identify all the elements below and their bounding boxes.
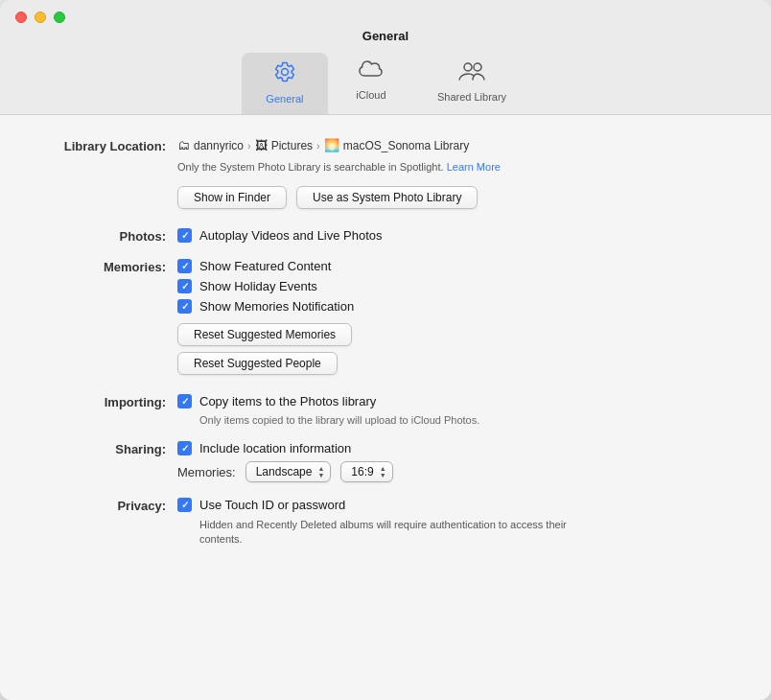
photos-content: ✓ Autoplay Videos and Live Photos <box>177 228 733 243</box>
holiday-checkbox[interactable]: ✓ <box>177 279 192 293</box>
privacy-label: Privacy: <box>38 498 177 513</box>
autoplay-label: Autoplay Videos and Live Photos <box>199 228 383 243</box>
reset-people-button[interactable]: Reset Suggested People <box>177 352 338 375</box>
ratio-value: 16:9 <box>351 465 373 478</box>
sharing-label: Sharing: <box>38 441 177 456</box>
checkmark-icon: ✓ <box>181 231 189 241</box>
importing-section: Importing: ✓ Copy items to the Photos li… <box>38 394 733 426</box>
privacy-note: Hidden and Recently Deleted albums will … <box>199 518 602 548</box>
ratio-arrows-icon: ▲ ▼ <box>380 465 386 478</box>
touchid-label: Use Touch ID or password <box>199 498 345 512</box>
holiday-label: Show Holiday Events <box>199 279 317 293</box>
reset-memories-row: Reset Suggested Memories <box>177 323 733 346</box>
location-label: Include location information <box>199 441 351 455</box>
separator-2: › <box>316 140 320 152</box>
pictures-folder-icon: 🖼 <box>255 138 268 152</box>
library-path: 🗂 dannyrico › 🖼 Pictures › 🌅 macOS_Sonom… <box>177 138 733 152</box>
orientation-select[interactable]: Landscape ▲ ▼ <box>245 461 332 482</box>
traffic-lights <box>15 12 65 23</box>
select-arrows-icon: ▲ ▼ <box>317 465 324 478</box>
touchid-checkbox-row[interactable]: ✓ Use Touch ID or password <box>177 498 733 512</box>
privacy-content: ✓ Use Touch ID or password Hidden and Re… <box>177 498 733 548</box>
svg-point-1 <box>474 63 481 71</box>
memories-label: Memories: <box>38 259 177 274</box>
orientation-value: Landscape <box>256 465 313 478</box>
folder-icon: 🗂 <box>177 138 190 152</box>
checkmark-icon: ✓ <box>181 444 189 454</box>
featured-checkbox[interactable]: ✓ <box>177 259 192 273</box>
featured-checkbox-row[interactable]: ✓ Show Featured Content <box>177 259 733 273</box>
copy-note: Only items copied to the library will up… <box>199 414 733 426</box>
autoplay-checkbox[interactable]: ✓ <box>177 228 192 243</box>
reset-buttons: Reset Suggested Memories Reset Suggested… <box>177 323 733 379</box>
checkmark-icon: ✓ <box>181 302 189 312</box>
reset-memories-button[interactable]: Reset Suggested Memories <box>177 323 352 346</box>
featured-label: Show Featured Content <box>199 259 331 273</box>
learn-more-link[interactable]: Learn More <box>447 161 501 173</box>
library-note: Only the System Photo Library is searcha… <box>177 161 733 173</box>
tab-general-label: General <box>266 93 303 105</box>
library-location-content: 🗂 dannyrico › 🖼 Pictures › 🌅 macOS_Sonom… <box>177 138 733 213</box>
separator-1: › <box>247 140 251 152</box>
window-title: General <box>362 29 409 43</box>
path-folder: Pictures <box>271 139 313 152</box>
main-window: General General iCloud <box>0 0 771 700</box>
privacy-section: Privacy: ✓ Use Touch ID or password Hidd… <box>38 498 733 548</box>
minimize-button[interactable] <box>35 12 46 23</box>
reset-people-row: Reset Suggested People <box>177 352 733 375</box>
tab-shared-library[interactable]: Shared Library <box>414 53 529 114</box>
importing-label: Importing: <box>38 394 177 409</box>
location-checkbox[interactable]: ✓ <box>177 441 192 455</box>
toolbar: General iCloud <box>242 53 529 114</box>
importing-content: ✓ Copy items to the Photos library Only … <box>177 394 733 426</box>
checkmark-icon: ✓ <box>181 501 189 510</box>
close-button[interactable] <box>15 12 27 23</box>
tab-general[interactable]: General <box>242 53 328 114</box>
content-area: Library Location: 🗂 dannyrico › 🖼 Pictur… <box>0 115 771 700</box>
maximize-button[interactable] <box>54 12 65 23</box>
checkmark-icon: ✓ <box>181 262 189 271</box>
sharing-section: Sharing: ✓ Include location information … <box>38 441 733 482</box>
gear-icon <box>273 60 296 89</box>
library-icon: 🌅 <box>324 138 339 152</box>
library-location-section: Library Location: 🗂 dannyrico › 🖼 Pictur… <box>38 138 733 213</box>
tab-icloud[interactable]: iCloud <box>328 53 414 114</box>
tab-icloud-label: iCloud <box>356 89 386 101</box>
memories-content: ✓ Show Featured Content ✓ Show Holiday E… <box>177 259 733 379</box>
copy-label: Copy items to the Photos library <box>199 394 376 408</box>
sharing-content: ✓ Include location information Memories:… <box>177 441 733 482</box>
people-icon <box>458 60 485 87</box>
photos-section: Photos: ✓ Autoplay Videos and Live Photo… <box>38 228 733 244</box>
checkmark-icon: ✓ <box>181 397 189 407</box>
sharing-memories-label: Memories: <box>177 465 236 479</box>
notification-label: Show Memories Notification <box>199 299 354 314</box>
photos-label: Photos: <box>38 228 177 244</box>
path-library: macOS_Sonoma Library <box>343 139 469 152</box>
svg-point-0 <box>464 63 472 71</box>
copy-checkbox-row[interactable]: ✓ Copy items to the Photos library <box>177 394 733 408</box>
touchid-checkbox[interactable]: ✓ <box>177 498 192 512</box>
holiday-checkbox-row[interactable]: ✓ Show Holiday Events <box>177 279 733 293</box>
copy-checkbox[interactable]: ✓ <box>177 394 192 408</box>
titlebar: General General iCloud <box>0 0 771 115</box>
notification-checkbox-row[interactable]: ✓ Show Memories Notification <box>177 299 733 314</box>
sharing-memories-row: Memories: Landscape ▲ ▼ 16:9 ▲ ▼ <box>177 461 733 482</box>
notification-checkbox[interactable]: ✓ <box>177 299 192 314</box>
library-location-label: Library Location: <box>38 138 177 153</box>
path-user: dannyrico <box>194 139 244 152</box>
checkmark-icon: ✓ <box>181 282 189 292</box>
memories-section: Memories: ✓ Show Featured Content ✓ Show… <box>38 259 733 379</box>
use-as-system-button[interactable]: Use as System Photo Library <box>296 186 478 209</box>
ratio-select[interactable]: 16:9 ▲ ▼ <box>340 461 392 482</box>
tab-shared-library-label: Shared Library <box>437 91 506 103</box>
cloud-icon <box>359 60 384 85</box>
show-in-finder-button[interactable]: Show in Finder <box>177 186 287 209</box>
autoplay-checkbox-row[interactable]: ✓ Autoplay Videos and Live Photos <box>177 228 733 243</box>
location-checkbox-row[interactable]: ✓ Include location information <box>177 441 733 455</box>
library-button-row: Show in Finder Use as System Photo Libra… <box>177 186 733 209</box>
